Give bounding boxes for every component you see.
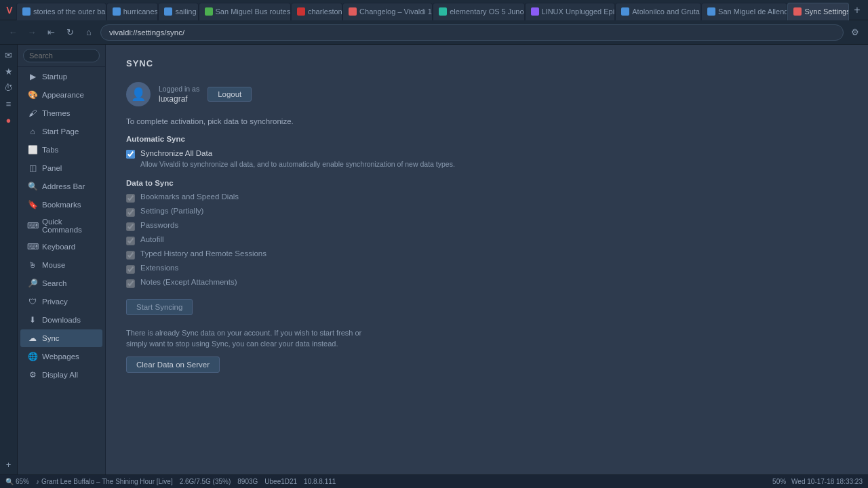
search-input[interactable] — [23, 49, 100, 62]
volume-value: 50% — [772, 478, 786, 485]
sync-item-checkbox-1[interactable] — [126, 208, 135, 217]
back-button[interactable]: ← — [5, 25, 20, 40]
notes-icon[interactable]: ≡ — [1, 96, 16, 111]
sidebar-item-webpages[interactable]: 🌐Webpages — [20, 348, 102, 365]
sidebar-item-startup[interactable]: ▶Startup — [20, 68, 102, 85]
startup-label: Startup — [42, 73, 67, 81]
start-page-icon: ⌂ — [27, 126, 38, 137]
sidebar-item-keyboard[interactable]: ⌨Keyboard — [20, 238, 102, 256]
themes-label: Themes — [42, 109, 71, 117]
bookmark-icon[interactable]: ★ — [1, 64, 16, 79]
sync-item-checkbox-2[interactable] — [126, 222, 135, 231]
sidebar-item-bookmarks[interactable]: 🔖Bookmarks — [20, 196, 102, 214]
downloads-label: Downloads — [42, 316, 81, 324]
mail-icon[interactable]: ✉ — [1, 47, 16, 62]
start-syncing-button[interactable]: Start Syncing — [126, 299, 193, 315]
zoom-icon: 🔍 — [5, 478, 14, 485]
new-tab-button[interactable]: + — [849, 2, 865, 18]
sync-item-row-6: Notes (Except Attachments) — [126, 278, 848, 288]
sidebar-item-sync[interactable]: ☁Sync — [20, 329, 102, 347]
home-button[interactable]: ⌂ — [81, 25, 96, 40]
contacts-icon[interactable]: ● — [1, 113, 16, 127]
search-label: Search — [42, 279, 66, 287]
cpu-value: 8903G — [237, 478, 258, 485]
sync-item-checkbox-3[interactable] — [126, 237, 135, 245]
history-icon[interactable]: ⏱ — [1, 80, 16, 95]
settings-gear-icon[interactable]: ⚙ — [848, 25, 863, 40]
sync-items: Bookmarks and Speed DialsSettings (Parti… — [126, 192, 848, 288]
mouse-icon: 🖱 — [27, 260, 38, 270]
tab-4[interactable]: San Miguel Bus routes... — [199, 3, 291, 20]
sync-user-row: 👤 Logged in as luxagraf Logout — [126, 82, 848, 106]
sync-item-label-4[interactable]: Typed History and Remote Sessions — [140, 249, 267, 258]
hostname-value: Ubee1D21 — [264, 478, 297, 485]
synchronize-all-checkbox[interactable] — [126, 150, 135, 159]
rewind-button[interactable]: ⇤ — [43, 25, 58, 40]
zoom-value: 65% — [16, 478, 29, 485]
tab-1[interactable]: stories of the outer ba... — [16, 3, 106, 20]
sync-item-label-0[interactable]: Bookmarks and Speed Dials — [140, 192, 239, 201]
sync-label: Sync — [42, 334, 60, 342]
sync-item-row-3: Autofill — [126, 235, 848, 245]
tab-11[interactable]: Sync Settings — [787, 3, 849, 20]
sync-item-label-3[interactable]: Autofill — [140, 235, 164, 243]
sidebar-item-address-bar[interactable]: 🔍Address Bar — [20, 178, 102, 195]
status-cpu: 8903G — [237, 478, 258, 485]
display-all-label: Display All — [42, 371, 78, 379]
automatic-sync-label: Automatic Sync — [126, 135, 848, 143]
panel-label: Panel — [42, 164, 62, 172]
forward-button[interactable]: → — [24, 25, 39, 40]
data-to-sync-section: Data to Sync Bookmarks and Speed DialsSe… — [126, 179, 848, 288]
user-info: Logged in as luxagraf — [159, 85, 199, 104]
url-input[interactable]: vivaldi://settings/sync/ — [100, 24, 844, 41]
tab-3[interactable]: sailing — [158, 3, 198, 20]
address-bar-label: Address Bar — [42, 182, 85, 190]
activation-text: To complete activation, pick data to syn… — [126, 117, 848, 125]
tab-8[interactable]: LINUX Unplugged Epi... — [525, 3, 616, 20]
synchronize-all-label[interactable]: Synchronize All Data — [140, 149, 212, 157]
sidebar-item-privacy[interactable]: 🛡Privacy — [20, 293, 102, 310]
sync-item-checkbox-5[interactable] — [126, 265, 135, 274]
sidebar-item-search[interactable]: 🔎Search — [20, 274, 102, 292]
tab-5[interactable]: charleston — [291, 3, 342, 20]
keyboard-label: Keyboard — [42, 243, 75, 251]
sync-item-label-2[interactable]: Passwords — [140, 221, 178, 229]
username-label: luxagraf — [159, 94, 199, 104]
privacy-label: Privacy — [42, 298, 68, 306]
tab-6[interactable]: Changelog – Vivaldi 1... — [342, 3, 433, 20]
sidebar-item-quick-commands[interactable]: ⌨Quick Commands — [20, 214, 102, 237]
panel-icon: ◫ — [27, 163, 38, 174]
sidebar-item-display-all[interactable]: ⚙Display All — [20, 366, 102, 384]
sync-item-row-0: Bookmarks and Speed Dials — [126, 192, 848, 203]
sidebar-item-downloads[interactable]: ⬇Downloads — [20, 311, 102, 329]
sidebar-icons: ✉ ★ ⏱ ≡ ● + — [0, 45, 18, 474]
sidebar-item-themes[interactable]: 🖌Themes — [20, 104, 102, 122]
sync-item-label-1[interactable]: Settings (Partially) — [140, 207, 203, 215]
synchronize-all-desc: Allow Vivaldi to synchronize all data, a… — [140, 159, 455, 169]
add-panel-button[interactable]: + — [1, 457, 16, 472]
tab-bar: V stories of the outer ba...hurricanessa… — [0, 0, 868, 20]
sidebar-item-appearance[interactable]: 🎨Appearance — [20, 86, 102, 104]
sync-item-checkbox-4[interactable] — [126, 251, 135, 260]
tabs-label: Tabs — [42, 146, 58, 154]
tab-9[interactable]: Atolonilco and Gruta... — [615, 3, 701, 20]
sidebar-item-panel[interactable]: ◫Panel — [20, 159, 102, 177]
tab-7[interactable]: elementary OS 5 Juno... — [433, 3, 524, 20]
sidebar-item-start-page[interactable]: ⌂Start Page — [20, 123, 102, 140]
settings-sidebar: ▶Startup🎨Appearance🖌Themes⌂Start Page⬜Ta… — [18, 45, 106, 474]
music-icon: ♪ — [36, 478, 39, 485]
sync-item-checkbox-6[interactable] — [126, 279, 135, 288]
appearance-icon: 🎨 — [27, 89, 38, 100]
logged-in-label: Logged in as — [159, 85, 199, 93]
themes-icon: 🖌 — [27, 108, 38, 119]
clear-data-button[interactable]: Clear Data on Server — [126, 357, 220, 373]
sync-item-label-6[interactable]: Notes (Except Attachments) — [140, 278, 237, 286]
sidebar-item-tabs[interactable]: ⬜Tabs — [20, 141, 102, 159]
sync-item-checkbox-0[interactable] — [126, 194, 135, 203]
tab-10[interactable]: San Miguel de Allende — [701, 3, 787, 20]
sync-item-label-5[interactable]: Extensions — [140, 264, 178, 272]
sidebar-item-mouse[interactable]: 🖱Mouse — [20, 256, 102, 274]
reload-button[interactable]: ↻ — [62, 25, 77, 40]
logout-button[interactable]: Logout — [208, 87, 252, 102]
tab-2[interactable]: hurricanes — [106, 3, 159, 20]
